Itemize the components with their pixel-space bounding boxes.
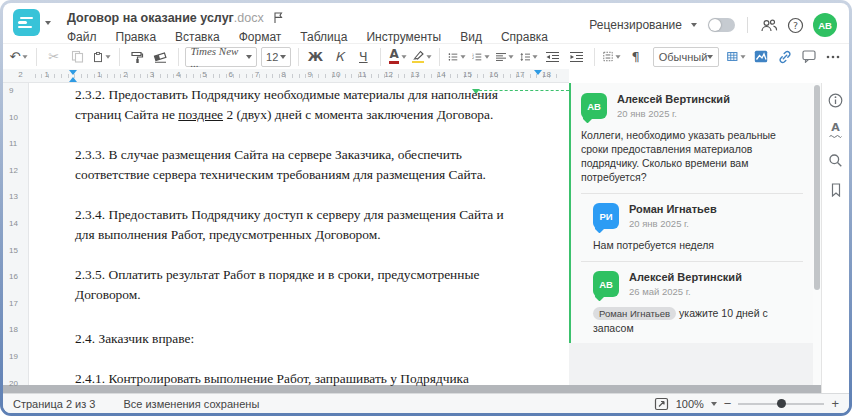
vertical-ruler: 91011121314151617181920 (3, 83, 29, 385)
zoom-slider[interactable] (738, 403, 824, 405)
underline-button[interactable]: Ч (353, 47, 373, 67)
show-paragraph-marks-button[interactable]: ¶ (626, 47, 646, 67)
paragraph-2-3-4: 2.3.4. Предоставить Подрядчику доступ к … (75, 205, 523, 245)
comment-avatar: АВ (593, 271, 619, 297)
zoom-in-button[interactable]: + (831, 399, 839, 409)
menu-insert[interactable]: Вставка (175, 30, 220, 44)
zoom-slider-knob[interactable] (777, 399, 786, 408)
increase-indent-button[interactable] (567, 47, 587, 67)
paragraph-shading-button[interactable] (602, 47, 622, 67)
save-status: Все изменения сохранены (123, 398, 259, 410)
paragraph-2-4-1: 2.4.1. Контролировать выполнение Работ, … (75, 369, 523, 393)
zoom-caret-icon[interactable] (711, 402, 717, 406)
help-icon[interactable]: ? (787, 17, 804, 34)
svg-text:2: 2 (472, 55, 474, 59)
comment-thread[interactable]: АВ Алексей Вертинский 20 янв 2025 г. Кол… (569, 83, 813, 343)
menu-file[interactable]: Файл (67, 30, 97, 44)
copy-button[interactable] (68, 47, 88, 67)
scrollbar-thumb[interactable] (814, 85, 820, 290)
insert-image-button[interactable] (751, 47, 771, 67)
app-window: Договор на оказание услуг.docx Файл Прав… (3, 3, 849, 413)
search-icon[interactable] (828, 153, 843, 168)
menu-view[interactable]: Вид (460, 30, 482, 44)
comments-panel: АВ Алексей Вертинский 20 янв 2025 г. Кол… (569, 83, 813, 385)
comment-reply[interactable]: АВ Алексей Вертинский 26 май 2025 г. Ром… (593, 271, 803, 335)
italic-button[interactable]: К (329, 47, 349, 67)
menu-tools[interactable]: Инструменты (366, 30, 441, 44)
comment-date: 26 май 2025 г. (629, 286, 742, 297)
undo-button[interactable]: ↶ (9, 47, 29, 67)
fit-width-icon[interactable] (654, 397, 669, 411)
comment-text: Нам потребуется неделя (593, 238, 803, 252)
svg-text:?: ? (793, 20, 798, 31)
document-area: 2.3.2. Предоставить Подрядчику необходим… (29, 83, 569, 393)
cut-button[interactable]: ✂ (44, 47, 64, 67)
review-mode-label[interactable]: Рецензирование (589, 18, 682, 32)
insert-link-button[interactable] (775, 47, 795, 67)
workspace: 91011121314151617181920 2.3.2. Предостав… (3, 83, 849, 393)
comment-date: 20 янв 2025 г. (629, 218, 717, 229)
document-page[interactable]: 2.3.2. Предоставить Подрядчику необходим… (29, 83, 569, 385)
clear-formatting-button[interactable] (151, 47, 171, 67)
font-size-select[interactable]: 12 (261, 47, 290, 67)
menu-format[interactable]: Формат (239, 30, 282, 44)
bookmark-icon[interactable] (830, 183, 842, 197)
comment-author: Алексей Вертинский (617, 93, 730, 105)
review-mode-caret-icon[interactable] (691, 23, 697, 27)
font-name-select[interactable]: Times New ... (185, 47, 257, 67)
paste-button[interactable] (92, 47, 112, 67)
title-bar: Договор на оказание услуг.docx Файл Прав… (3, 3, 849, 43)
insert-table-button[interactable] (726, 47, 747, 67)
comment-avatar: РИ (593, 203, 619, 229)
info-icon[interactable] (828, 93, 843, 108)
app-logo-icon[interactable] (13, 9, 40, 36)
bold-button[interactable]: Ж (305, 47, 325, 67)
comment-avatar: АВ (581, 93, 607, 119)
menu-table[interactable]: Таблица (300, 30, 347, 44)
zoom-out-button[interactable]: − (724, 399, 732, 409)
horizontal-ruler: 21123456789101112131415161718 (3, 69, 849, 83)
paragraph-2-3-2: 2.3.2. Предоставить Подрядчику необходим… (75, 85, 523, 125)
comments-scrollbar[interactable] (813, 83, 821, 385)
paragraph-2-4: 2.4. Заказчик вправе: (75, 329, 523, 349)
spellcheck-icon[interactable]: А (829, 123, 842, 138)
comment-button[interactable] (799, 47, 819, 67)
user-avatar[interactable]: АВ (813, 13, 837, 37)
menu-edit[interactable]: Правка (116, 30, 157, 44)
collaborators-icon[interactable] (760, 18, 778, 33)
review-toggle[interactable] (708, 18, 735, 32)
align-button[interactable] (495, 47, 515, 67)
tracked-insertion: позднее (178, 107, 223, 122)
mention-chip[interactable]: Роман Игнатьев (593, 307, 676, 320)
paragraph-2-3-5: 2.3.5. Оплатить результат Работ в порядк… (75, 265, 523, 305)
document-title: Договор на оказание услуг.docx (67, 8, 264, 26)
comment-date: 20 янв 2025 г. (617, 108, 730, 119)
decrease-indent-button[interactable] (543, 47, 563, 67)
left-indent-marker[interactable] (69, 77, 77, 82)
font-color-button[interactable]: А (388, 47, 408, 67)
paragraph-style-select[interactable]: Обычный (653, 47, 720, 67)
comment-item[interactable]: АВ Алексей Вертинский 20 янв 2025 г. Кол… (581, 93, 803, 184)
line-spacing-button[interactable] (519, 47, 539, 67)
numbered-list-button[interactable]: 12 (471, 47, 491, 67)
menu-bar: Файл Правка Вставка Формат Таблица Инстр… (67, 30, 548, 44)
comment-author: Роман Игнатьев (629, 203, 717, 215)
first-line-indent-marker[interactable] (69, 70, 77, 75)
favorite-flag-icon[interactable] (272, 11, 284, 24)
zoom-level[interactable]: 100% (676, 398, 704, 410)
document-text: 2.3.2. Предоставить Подрядчику необходим… (75, 85, 523, 393)
comment-reply[interactable]: РИ Роман Игнатьев 20 янв 2025 г. Нам пот… (593, 203, 803, 252)
desktop-frame: Договор на оказание услуг.docx Файл Прав… (0, 0, 852, 416)
page-indicator[interactable]: Страница 2 из 3 (13, 398, 95, 410)
comment-text: Роман Игнатьев укажите 10 дней с запасом (593, 306, 803, 335)
format-painter-button[interactable] (127, 47, 147, 67)
highlight-color-button[interactable] (412, 47, 432, 67)
more-tools-button[interactable] (823, 47, 843, 67)
logo-menu-caret-icon[interactable] (45, 21, 51, 25)
menu-help[interactable]: Справка (501, 30, 548, 44)
bullet-list-button[interactable] (447, 47, 467, 67)
status-bar: Страница 2 из 3 Все изменения сохранены … (3, 393, 849, 413)
right-icon-sidebar: А (821, 83, 849, 393)
right-indent-marker[interactable] (534, 70, 542, 75)
comment-text: Коллеги, необходимо указать реальные сро… (581, 128, 803, 184)
